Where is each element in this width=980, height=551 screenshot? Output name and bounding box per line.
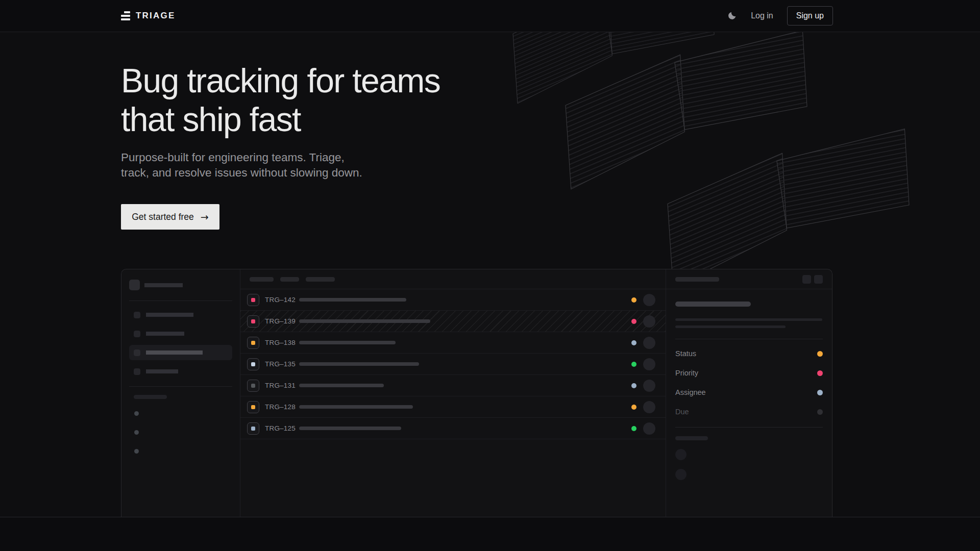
issue-row-meta (631, 401, 655, 413)
triage-bars-icon (121, 11, 130, 20)
issue-type-icon (247, 315, 259, 328)
field-value-dot (817, 351, 823, 357)
issue-type-icon (247, 337, 259, 349)
hero-subtitle: Purpose-built for engineering teams. Tri… (121, 150, 366, 181)
issue-title-placeholder (299, 405, 413, 409)
status-dot (631, 319, 636, 324)
issue-id: TRG–142 (265, 296, 297, 304)
status-dot (631, 340, 636, 345)
issue-type-icon (247, 294, 259, 306)
panel-field-row: Due (675, 402, 823, 421)
panel-fields: Status Priority Assignee Due (675, 344, 823, 421)
field-value-dot (817, 390, 823, 395)
top-navigation: TRIAGE Log in Sign up (0, 0, 980, 32)
sidebar-item-icon-placeholder (134, 312, 140, 318)
hero-section: Bug tracking for teamsthat ship fast Pur… (0, 32, 980, 517)
comment-avatar-placeholder (675, 469, 687, 480)
issue-row-meta (631, 422, 655, 435)
mockup-issue-row: TRG–138 (240, 332, 666, 354)
sidebar-dot-placeholder (134, 430, 139, 435)
mockup-issue-row: TRG–125 (240, 418, 666, 439)
field-label: Due (675, 408, 689, 416)
mockup-sidebar (121, 269, 240, 517)
mockup-issue-row: TRG–131 (240, 375, 666, 396)
mockup-detail-panel: Status Priority Assignee Due (666, 269, 832, 517)
issue-row-meta (631, 315, 655, 328)
issue-id: TRG–138 (265, 339, 297, 346)
field-label: Priority (675, 369, 698, 377)
panel-action-placeholder (802, 275, 811, 284)
issue-id: TRG–139 (265, 317, 297, 325)
sidebar-divider (129, 300, 232, 301)
assignee-avatar-placeholder (643, 380, 655, 392)
panel-field-row: Status (675, 344, 823, 363)
mockup-sidebar-nav (129, 307, 232, 379)
issue-type-icon (247, 422, 259, 435)
field-value-dot (817, 409, 823, 415)
theme-toggle-button[interactable] (727, 11, 737, 21)
panel-title-placeholder (675, 277, 719, 282)
list-filter-placeholder (250, 277, 274, 282)
panel-field-row: Priority (675, 363, 823, 383)
sidebar-item-icon-placeholder (134, 349, 140, 356)
issue-type-icon (247, 358, 259, 370)
mockup-issue-row: TRG–139 (240, 311, 666, 332)
status-dot (631, 297, 636, 303)
assignee-avatar-placeholder (643, 358, 655, 370)
field-value-dot (817, 370, 823, 376)
mockup-issue-row: TRG–128 (240, 396, 666, 418)
list-filter-placeholder (306, 277, 335, 282)
mockup-issue-rows: TRG–142 TRG–139 TRG–138 TRG–135 TRG– (240, 289, 666, 439)
mockup-sidebar-item (129, 364, 232, 379)
brand-logo[interactable]: TRIAGE (121, 11, 175, 21)
panel-action-placeholder (814, 275, 823, 284)
sidebar-item-icon-placeholder (134, 368, 140, 375)
nav-actions: Log in Sign up (727, 6, 833, 26)
sidebar-dot-placeholder (134, 449, 139, 454)
page-footer (0, 517, 980, 551)
heading-line-2: that ship fast (121, 101, 301, 138)
panel-field-row: Assignee (675, 383, 823, 402)
issue-id: TRG–125 (265, 424, 297, 432)
sidebar-dot-placeholder (134, 411, 139, 416)
sidebar-divider (129, 386, 232, 387)
issue-title-placeholder (299, 384, 384, 387)
issue-id: TRG–131 (265, 382, 297, 389)
log-in-link[interactable]: Log in (751, 11, 773, 20)
issue-type-icon (247, 401, 259, 413)
sidebar-item-label-placeholder (146, 313, 193, 317)
sidebar-item-label-placeholder (146, 350, 203, 355)
assignee-avatar-placeholder (643, 294, 655, 306)
assignee-avatar-placeholder (643, 422, 655, 435)
issue-title-placeholder (299, 427, 401, 430)
status-dot (631, 405, 636, 410)
heading-line-1: Bug tracking for teams (121, 62, 440, 99)
workspace-avatar-placeholder (129, 280, 140, 290)
field-label: Assignee (675, 388, 706, 396)
list-filter-placeholder (280, 277, 299, 282)
issue-title-placeholder (299, 319, 430, 323)
issue-row-meta (631, 337, 655, 349)
mockup-list-header (240, 269, 666, 289)
issue-id: TRG–135 (265, 360, 297, 368)
mockup-issue-row: TRG–135 (240, 354, 666, 375)
status-dot (631, 383, 636, 388)
issue-row-meta (631, 358, 655, 370)
assignee-avatar-placeholder (643, 337, 655, 349)
cta-label: Get started free (132, 212, 194, 222)
sign-up-button[interactable]: Sign up (787, 6, 833, 26)
activity-section-placeholder (675, 436, 708, 440)
panel-divider (675, 339, 823, 339)
mockup-sidebar-item (129, 345, 232, 360)
panel-header (666, 269, 832, 289)
mockup-sidebar-item (129, 326, 232, 341)
sidebar-item-label-placeholder (146, 332, 184, 336)
panel-divider (675, 427, 823, 428)
comment-avatar-placeholder (675, 449, 687, 460)
get-started-button[interactable]: Get started free → (121, 204, 219, 230)
app-mockup-card: TRG–142 TRG–139 TRG–138 TRG–135 TRG– (121, 269, 832, 517)
sidebar-item-label-placeholder (146, 369, 178, 373)
mockup-workspace-row (129, 280, 232, 290)
moon-icon (727, 11, 737, 21)
sidebar-section-placeholder (134, 395, 167, 399)
